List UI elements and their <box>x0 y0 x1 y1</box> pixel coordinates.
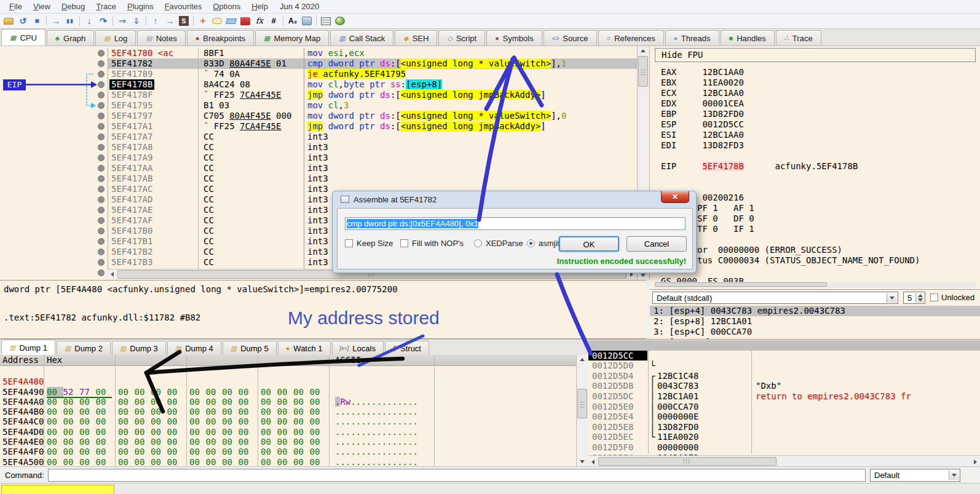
toolbar-icon[interactable] <box>321 17 331 25</box>
register-line[interactable]: ECX 12BC1AA0 <box>661 88 744 98</box>
toolbar-icon[interactable] <box>316 16 317 26</box>
menu-item[interactable]: Favourites <box>159 1 208 12</box>
disasm-row[interactable]: 5EF4178F ˆ FF25 7CA4F45E jmp dword ptr d… <box>0 90 637 100</box>
view-tab[interactable]: ▦Memory Map <box>255 30 329 46</box>
toolbar-icon[interactable]: S <box>179 16 189 26</box>
dump-row[interactable]: 5EF4A510 0000000000000000000000000000000… <box>0 457 576 466</box>
hex-dump-panel[interactable]: Address Hex ASCII 5EF4A480 0052770000000… <box>0 355 576 466</box>
toolbar-icon[interactable]: ⇓ <box>132 16 141 26</box>
disasm-row[interactable]: 5EF41782 833D 80A4F45E 01 cmp dword ptr … <box>0 58 637 69</box>
view-tab[interactable]: ■Handles <box>721 30 775 46</box>
breakpoint-dot[interactable] <box>98 60 105 67</box>
toolbar-icon[interactable]: ■ <box>32 16 42 26</box>
breakpoint-dot[interactable] <box>98 207 105 213</box>
menu-item[interactable]: Trace <box>90 1 122 12</box>
view-tab[interactable]: ○References <box>598 30 664 46</box>
stack-row[interactable]: 0012D5CC └ 12BC1C48 "Dxb" <box>588 340 980 351</box>
toolbar-icon[interactable]: fx <box>255 16 264 26</box>
toolbar-icon[interactable] <box>283 16 283 26</box>
register-line[interactable]: EDX 00001CEA <box>661 98 744 109</box>
breakpoint-dot[interactable] <box>98 102 105 109</box>
disasm-row[interactable]: 5EF41780 <ac 8BF1 mov esi,ecx <box>0 48 637 58</box>
disasm-row[interactable]: 5EF41789 ˇ 74 0A je acfunky.5EF41795 <box>0 69 637 79</box>
dump-row[interactable]: 5EF4A4C0 0000000000000000000000000000000… <box>0 407 576 416</box>
registers-hscrollbar[interactable] <box>655 282 976 288</box>
breakpoint-dot[interactable] <box>98 175 105 182</box>
disasm-row[interactable]: 5EF41797 C705 80A4F45E 000 mov dword ptr… <box>0 111 637 121</box>
disasm-row[interactable]: 5EF417A1 ˆ FF25 7CA4F45E jmp dword ptr d… <box>0 121 637 132</box>
toolbar-icon[interactable] <box>193 16 194 26</box>
dump-tab[interactable]: [x=]Locals <box>332 341 384 355</box>
breakpoint-dot[interactable] <box>98 196 105 203</box>
breakpoint-dot[interactable] <box>98 217 105 224</box>
view-tab[interactable]: <>Source <box>543 30 597 46</box>
argument-row[interactable]: 2: [esp+8] 12BC1A01 <box>650 316 980 327</box>
breakpoint-dot[interactable] <box>98 269 105 276</box>
stack-row[interactable]: 0012D5E0 │ 13D82FD0 <box>588 391 980 402</box>
breakpoint-dot[interactable] <box>98 144 105 151</box>
breakpoint-dot[interactable] <box>98 186 105 193</box>
disasm-row[interactable]: 5EF417AB CC int3 <box>0 173 637 184</box>
view-tab[interactable]: ▥Call Stack <box>330 30 393 46</box>
argument-row[interactable]: 1: [esp+4] 0043C783 empires2.0043C783 <box>650 306 980 316</box>
toolbar-icon[interactable] <box>146 16 146 26</box>
calling-convention-select[interactable]: Default (stdcall) <box>652 292 898 304</box>
view-tab[interactable]: »Threads <box>665 30 719 46</box>
view-tab[interactable]: ●Symbols <box>486 30 542 46</box>
menu-item[interactable]: Plugins <box>122 1 159 12</box>
view-tab[interactable]: ●Breakpoints <box>187 30 254 46</box>
register-line[interactable]: EBP 13D82FD0 <box>661 109 744 119</box>
toolbar-icon[interactable]: ▮▮ <box>65 16 75 26</box>
register-line[interactable]: ESP 0012D5CC <box>661 119 744 130</box>
toolbar-icon[interactable]: → <box>51 16 61 26</box>
unlocked-checkbox[interactable] <box>930 293 938 301</box>
dump-row[interactable]: 5EF4A4F0 0000000000000000000000000000000… <box>0 437 576 447</box>
breakpoint-dot[interactable] <box>98 113 105 119</box>
menu-item[interactable]: Help <box>246 1 274 12</box>
register-line[interactable]: EBX 11EA0020 <box>661 78 744 88</box>
toolbar-icon[interactable] <box>113 16 113 26</box>
dump-row[interactable]: 5EF4A500 0000000000000000000000000000000… <box>0 447 576 456</box>
toolbar-icon[interactable]: ⇒ <box>117 16 127 26</box>
stack-hscrollbar[interactable] <box>588 455 980 466</box>
dump-tab[interactable]: ▥Dump 3 <box>112 341 166 355</box>
dump-row[interactable]: 5EF4A4A0 0000000000000000000000000000000… <box>0 387 576 397</box>
dump-row[interactable]: 5EF4A4E0 0000000000000000000000000000000… <box>0 427 576 437</box>
toolbar-icon[interactable]: A₂ <box>288 16 298 26</box>
stack-panel[interactable]: 0012D5CC └ 12BC1C48 "Dxb" 0012D5D0 ┌ 004… <box>588 339 980 466</box>
view-tab[interactable]: ∴Trace <box>776 30 821 46</box>
view-tab[interactable]: ▤Log <box>95 30 136 46</box>
stack-row[interactable]: 0012D5DC │ 0000000E <box>588 381 980 391</box>
command-input[interactable] <box>48 469 866 482</box>
chevron-down-icon[interactable] <box>949 470 959 480</box>
breakpoint-dot[interactable] <box>98 165 105 172</box>
toolbar-icon[interactable]: ↺ <box>18 16 28 26</box>
toolbar-icon[interactable] <box>226 18 237 24</box>
disasm-row[interactable]: 5EF417A7 CC int3 <box>0 132 637 142</box>
dump-vscrollbar[interactable] <box>576 355 588 466</box>
stack-row[interactable]: 0012D5D4 │ 12BC1A01 <box>588 361 980 371</box>
toolbar-icon[interactable] <box>46 16 47 26</box>
breakpoint-dot[interactable] <box>98 259 105 266</box>
menu-item[interactable]: Debug <box>56 1 90 12</box>
view-tab[interactable]: ▦CPU <box>1 29 45 46</box>
toolbar-icon[interactable] <box>79 16 80 26</box>
dump-tab[interactable]: ●Watch 1 <box>278 341 331 355</box>
disasm-row[interactable]: 5EF4178B 8A4C24 08 mov cl,byte ptr ss:[e… <box>0 79 637 90</box>
stack-row[interactable]: 0012D5F4 0000000E <box>588 442 980 453</box>
breakpoint-dot[interactable] <box>98 249 105 255</box>
disasm-row[interactable]: 5EF417A9 CC int3 <box>0 153 637 163</box>
toolbar-icon[interactable]: + <box>198 16 208 26</box>
disasm-row[interactable]: 5EF417AA CC int3 <box>0 163 637 173</box>
breakpoint-dot[interactable] <box>98 50 105 57</box>
menu-item[interactable]: Options <box>207 1 246 12</box>
breakpoint-dot[interactable] <box>98 92 105 98</box>
toolbar-icon[interactable] <box>240 17 250 25</box>
stack-row[interactable]: 0012D5D8 │ 000CCA70 <box>588 371 980 381</box>
toolbar-icon[interactable] <box>212 18 222 24</box>
arg-count-stepper[interactable]: 5 <box>903 292 925 304</box>
dump-tab[interactable]: ▥Dump 1 <box>1 340 55 355</box>
toolbar-icon[interactable] <box>4 18 14 25</box>
fill-nops-checkbox[interactable] <box>400 239 408 247</box>
hide-fpu-button[interactable]: Hide FPU <box>655 48 976 62</box>
